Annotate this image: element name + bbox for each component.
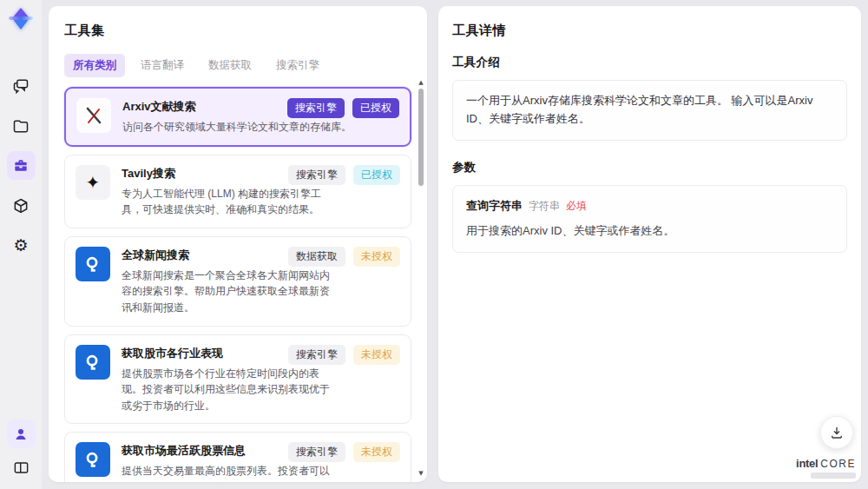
gear-glyph: ⚙ [13, 237, 28, 254]
news-search-icon [76, 247, 110, 281]
scrollbar-thumb[interactable] [418, 89, 424, 186]
stock-sector-search-icon [76, 345, 110, 380]
intel-logo-text: intel [796, 457, 818, 470]
panel-toggle-icon[interactable] [7, 453, 36, 482]
arxiv-icon [76, 98, 111, 133]
category-badge: 搜索引擎 [288, 442, 345, 462]
parameter-box: 查询字符串 字符串 必填 用于搜索的Arxiv ID、关键字或作者姓名。 [452, 185, 847, 254]
auth-status-badge: 未授权 [353, 442, 400, 462]
intel-core-logo: intelCORE [796, 457, 856, 479]
param-name: 查询字符串 [466, 197, 523, 215]
chat-icon[interactable] [7, 71, 36, 100]
category-badge: 搜索引擎 [287, 98, 345, 118]
download-button[interactable] [820, 416, 853, 449]
category-tabs: 所有类别 语言翻译 数据获取 搜索引擎 [64, 54, 418, 77]
param-required-flag: 必填 [566, 198, 587, 215]
scroll-down-icon[interactable]: ▼ [418, 470, 424, 477]
tavily-star-icon: ✦ [76, 165, 110, 200]
tool-desc: 提供当天交易量最高的股票列表。投资者可以利用这些信息来识别流动性强的股票和潜在的… [122, 463, 337, 482]
tool-detail-panel: 工具详情 工具介绍 一个用于从Arxiv存储库搜索科学论文和文章的工具。 输入可… [438, 6, 861, 482]
category-badge: 搜索引擎 [288, 165, 345, 185]
param-desc: 用于搜索的Arxiv ID、关键字或作者姓名。 [466, 222, 833, 241]
auth-status-badge: 已授权 [353, 165, 400, 185]
auth-status-badge: 未授权 [353, 345, 400, 365]
tool-card-active-stocks[interactable]: 获取市场最活跃股票信息 提供当天交易量最高的股票列表。投资者可以利用这些信息来识… [64, 432, 411, 482]
core-logo-text: CORE [820, 458, 856, 470]
intro-heading: 工具介绍 [452, 55, 847, 70]
auth-status-badge: 未授权 [353, 247, 400, 267]
tool-desc: 提供股票市场各个行业在特定时间段内的表现。投资者可以利用这些信息来识别表现优于或… [122, 366, 337, 414]
app-window: ⚙ 工具集 所有类别 语言翻译 数据获取 搜索引擎 [0, 0, 868, 489]
param-type: 字符串 [529, 198, 560, 215]
params-heading: 参数 [452, 160, 847, 175]
tool-desc: 专为人工智能代理 (LLM) 构建的搜索引擎工具，可快速提供实时、准确和真实的结… [122, 186, 337, 218]
list-scrollbar[interactable]: ▲ ▼ [418, 79, 424, 477]
toolbox-icon-active[interactable] [7, 151, 36, 180]
tool-list: Arxiv文献搜索 访问各个研究领域大量科学论文和文章的存储库。 搜索引擎 已授… [64, 87, 418, 482]
tools-panel: 工具集 所有类别 语言翻译 数据获取 搜索引擎 A [49, 6, 427, 482]
category-badge: 搜索引擎 [288, 345, 345, 365]
tab-data-fetch[interactable]: 数据获取 [200, 54, 260, 77]
tool-card-tavily[interactable]: ✦ Tavily搜索 专为人工智能代理 (LLM) 构建的搜索引擎工具，可快速提… [64, 155, 411, 228]
auth-status-badge: 已授权 [352, 98, 399, 118]
settings-gear-icon[interactable]: ⚙ [7, 231, 36, 260]
tab-all-categories[interactable]: 所有类别 [64, 54, 125, 77]
category-badge: 数据获取 [288, 247, 345, 267]
detail-title: 工具详情 [452, 23, 847, 39]
tool-desc: 全球新闻搜索是一个聚合全球各大新闻网站内容的搜索引擎。帮助用户快速获取全球最新资… [122, 268, 337, 316]
cube-icon[interactable] [7, 191, 36, 220]
app-rail: ⚙ [0, 0, 42, 489]
tool-desc: 访问各个研究领域大量科学论文和文章的存储库。 [122, 119, 374, 135]
tool-card-global-news[interactable]: 全球新闻搜索 全球新闻搜索是一个聚合全球各大新闻网站内容的搜索引擎。帮助用户快速… [64, 236, 411, 327]
tab-search-engine[interactable]: 搜索引擎 [267, 54, 328, 77]
tool-card-arxiv[interactable]: Arxiv文献搜索 访问各个研究领域大量科学论文和文章的存储库。 搜索引擎 已授… [64, 87, 411, 147]
user-icon[interactable] [7, 420, 36, 448]
tool-intro-box: 一个用于从Arxiv存储库搜索科学论文和文章的工具。 输入可以是Arxiv ID… [452, 80, 847, 141]
tool-card-sector-performance[interactable]: 获取股市各行业表现 提供股票市场各个行业在特定时间段内的表现。投资者可以利用这些… [64, 334, 411, 425]
active-stocks-search-icon [76, 442, 110, 477]
scroll-up-icon[interactable]: ▲ [418, 79, 424, 86]
brand-subbadge [811, 472, 856, 479]
folder-icon[interactable] [7, 111, 36, 140]
page-title: 工具集 [64, 23, 418, 39]
app-logo-icon [6, 5, 36, 35]
tab-language-translation[interactable]: 语言翻译 [132, 54, 193, 77]
